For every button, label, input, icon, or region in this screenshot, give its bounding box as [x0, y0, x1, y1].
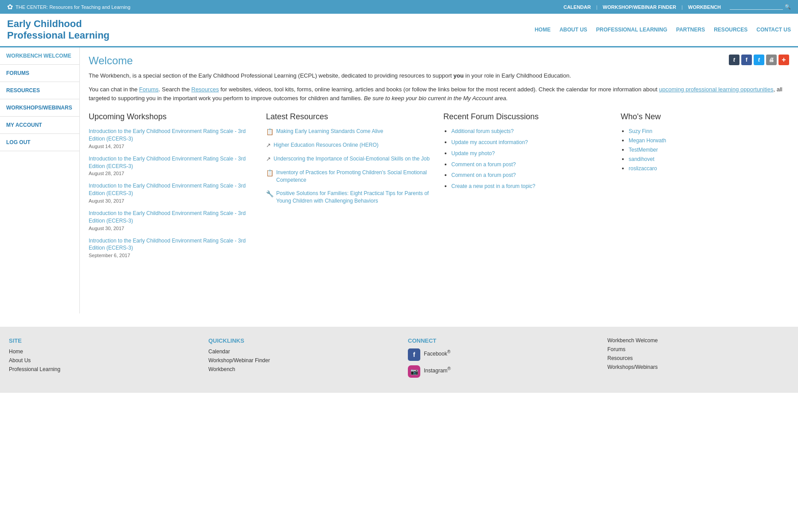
forum-link-4[interactable]: Comment on a forum post? — [451, 172, 516, 178]
forum-discussions-col: Recent Forum Discussions Additional foru… — [443, 112, 612, 264]
resource-item-4: 🔧 Positive Solutions for Families: Eight… — [266, 190, 434, 205]
whos-new-list: Suzy Finn Megan Horwath TestMember sandi… — [621, 128, 789, 172]
search-input[interactable] — [730, 4, 783, 10]
top-nav-workbench[interactable]: WORKBENCH — [688, 4, 721, 10]
upcoming-workshops-col: Upcoming Workshops Introduction to the E… — [89, 112, 257, 264]
sidebar-item-workbench-welcome[interactable]: WORKBENCH WELCOME — [0, 47, 79, 65]
main-nav: HOME ABOUT US PROFESSIONAL LEARNING PART… — [535, 27, 791, 33]
resources-link[interactable]: Resources — [192, 86, 219, 93]
resource-icon-2: ↗ — [266, 156, 271, 162]
workshop-link-3[interactable]: Introduction to the Early Childhood Envi… — [89, 210, 257, 225]
whos-new-item-2: TestMember — [629, 146, 789, 153]
resource-icon-4: 🔧 — [266, 190, 274, 197]
workshop-link-2[interactable]: Introduction to the Early Childhood Envi… — [89, 182, 257, 197]
resource-item-1: ↗ Higher Education Resources Online (HER… — [266, 141, 434, 149]
footer-about-link[interactable]: About Us — [9, 357, 191, 364]
workshop-link-4[interactable]: Introduction to the Early Childhood Envi… — [89, 237, 257, 252]
sidebar-item-my-account[interactable]: MY ACCOUNT — [0, 117, 79, 134]
sidebar-item-resources[interactable]: RESOURCES — [0, 82, 79, 99]
footer-quicklink-finder[interactable]: Workshop/Webinar Finder — [208, 357, 390, 364]
welcome-title: Welcome — [89, 55, 789, 67]
forums-link[interactable]: Forums — [139, 86, 159, 93]
logo-line2: Professional Learning — [7, 30, 110, 41]
site-footer: SITE Home About Us Professional Learning… — [0, 327, 798, 393]
page-body: WORKBENCH WELCOME FORUMS RESOURCES WORKS… — [0, 47, 798, 313]
footer-instagram-link[interactable]: Instagram® — [424, 366, 451, 374]
whos-new-link-2[interactable]: TestMember — [629, 147, 658, 153]
resource-link-4[interactable]: Positive Solutions for Families: Eight P… — [276, 190, 434, 205]
nav-contact[interactable]: CONTACT US — [756, 27, 791, 33]
forum-item-3: Comment on a forum post? — [451, 161, 612, 168]
footer-home-link[interactable]: Home — [9, 348, 191, 355]
site-header: Early Childhood Professional Learning HO… — [0, 14, 798, 47]
welcome-bold-you: you — [454, 72, 464, 79]
logo-line1: Early Childhood — [7, 18, 110, 30]
nav-resources[interactable]: RESOURCES — [714, 27, 747, 33]
footer-professional-link[interactable]: Professional Learning — [9, 366, 191, 372]
resource-item-2: ↗ Underscoring the Importance of Social-… — [266, 155, 434, 163]
workshop-item-1: Introduction to the Early Childhood Envi… — [89, 155, 257, 176]
facebook-icon[interactable]: f — [741, 55, 752, 65]
sidebar-item-forums[interactable]: FORUMS — [0, 65, 79, 82]
footer-connect-title: CONNECT — [408, 337, 590, 344]
top-bar-nav: CALENDAR | WORKSHOP/WEBINAR FINDER | WOR… — [563, 4, 791, 10]
resource-link-3[interactable]: Inventory of Practices for Promoting Chi… — [276, 169, 434, 184]
footer-facebook-link[interactable]: Facebook® — [424, 349, 450, 357]
center-logo-text: THE CENTER: Resources for Teaching and L… — [16, 4, 130, 10]
top-nav-webinar-finder[interactable]: WORKSHOP/WEBINAR FINDER — [603, 4, 677, 10]
sidebar: WORKBENCH WELCOME FORUMS RESOURCES WORKS… — [0, 47, 80, 313]
latest-resources-title: Latest Resources — [266, 112, 434, 121]
forum-link-5[interactable]: Create a new post in a forum topic? — [451, 183, 535, 189]
forum-link-3[interactable]: Comment on a forum post? — [451, 161, 516, 168]
forum-item-1: Update my account information? — [451, 139, 612, 146]
resource-link-1[interactable]: Higher Education Resources Online (HERO) — [274, 141, 379, 149]
workshop-date-1: August 28, 2017 — [89, 171, 257, 176]
footer-connect-col: CONNECT f Facebook® 📷 Instagram® — [408, 337, 590, 382]
footer-facebook-item: f Facebook® — [408, 348, 590, 361]
sidebar-item-logout[interactable]: LOG OUT — [0, 134, 79, 151]
footer-quicklinks-col: QUICKLINKS Calendar Workshop/Webinar Fin… — [208, 337, 390, 382]
site-logo: Early Childhood Professional Learning — [7, 18, 110, 42]
welcome-para1: The Workbench, is a special section of t… — [89, 71, 789, 81]
footer-quicklink-workbench[interactable]: Workbench — [208, 366, 390, 372]
whos-new-link-1[interactable]: Megan Horwath — [629, 137, 666, 144]
top-bar: ✿ THE CENTER: Resources for Teaching and… — [0, 0, 798, 14]
whos-new-link-4[interactable]: roslizaccaro — [629, 165, 657, 172]
footer-right-workbench-welcome[interactable]: Workbench Welcome — [607, 337, 789, 344]
whos-new-item-3: sandihovet — [629, 156, 789, 162]
forum-link-1[interactable]: Update my account information? — [451, 139, 528, 145]
whos-new-link-0[interactable]: Suzy Finn — [629, 128, 652, 134]
forum-item-0: Additional forum subjects? — [451, 128, 612, 135]
nav-about[interactable]: ABOUT US — [559, 27, 587, 33]
latest-resources-col: Latest Resources 📋 Making Early Learning… — [266, 112, 434, 264]
footer-right-forums[interactable]: Forums — [607, 346, 789, 352]
resource-link-0[interactable]: Making Early Learning Standards Come Ali… — [276, 128, 383, 135]
workshop-link-1[interactable]: Introduction to the Early Childhood Envi… — [89, 155, 257, 170]
nav-home[interactable]: HOME — [535, 27, 551, 33]
upcoming-opportunities-link[interactable]: upcoming professional learning opportuni… — [659, 86, 773, 93]
footer-instagram-item: 📷 Instagram® — [408, 365, 590, 378]
search-icon[interactable]: 🔍 — [785, 4, 791, 10]
footer-right-links-col: Workbench Welcome Forums Resources Works… — [607, 337, 789, 382]
twitter-icon[interactable]: t — [754, 55, 764, 65]
nav-partners[interactable]: PARTNERS — [676, 27, 705, 33]
forum-link-2[interactable]: Update my photo? — [451, 150, 495, 156]
columns-section: Upcoming Workshops Introduction to the E… — [89, 112, 789, 264]
whos-new-link-3[interactable]: sandihovet — [629, 156, 654, 162]
resource-link-2[interactable]: Underscoring the Importance of Social-Em… — [274, 155, 430, 163]
bio-note: Be sure to keep your bio current in the … — [364, 95, 508, 102]
top-nav-calendar[interactable]: CALENDAR — [563, 4, 591, 10]
footer-quicklinks-title: QUICKLINKS — [208, 337, 390, 344]
tumblr-icon[interactable]: t — [729, 55, 739, 65]
footer-quicklink-calendar[interactable]: Calendar — [208, 348, 390, 355]
forum-discussions-title: Recent Forum Discussions — [443, 112, 612, 121]
footer-right-workshops[interactable]: Workshops/Webinars — [607, 364, 789, 370]
sidebar-item-workshops[interactable]: WORKSHOPS/WEBINARS — [0, 99, 79, 117]
print-icon[interactable]: 🖨 — [766, 55, 777, 65]
nav-professional-learning[interactable]: PROFESSIONAL LEARNING — [596, 27, 667, 33]
workshop-link-0[interactable]: Introduction to the Early Childhood Envi… — [89, 128, 257, 143]
footer-right-resources[interactable]: Resources — [607, 355, 789, 361]
addthis-icon[interactable]: + — [778, 55, 789, 65]
forum-link-0[interactable]: Additional forum subjects? — [451, 128, 514, 134]
resource-icon-1: ↗ — [266, 142, 271, 149]
